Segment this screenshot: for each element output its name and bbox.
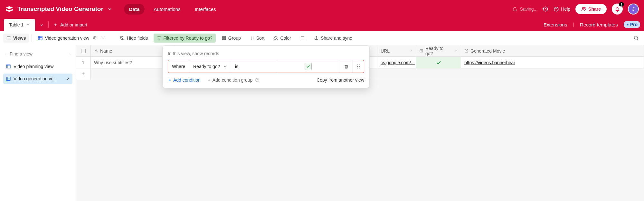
help-icon: [554, 6, 559, 12]
cell-value: Why use subtitles?: [94, 60, 132, 65]
table-tab-options[interactable]: [35, 19, 48, 31]
svg-rect-7: [224, 36, 226, 38]
sort-button[interactable]: Sort: [247, 34, 268, 43]
group-label: Group: [228, 35, 241, 41]
column-header-ready[interactable]: Ready to go?: [416, 45, 461, 56]
sidebar-item-label: Video planning view: [14, 64, 70, 69]
svg-point-21: [359, 68, 360, 68]
people-icon: [92, 35, 97, 40]
avatar-initial: J: [632, 6, 635, 12]
svg-rect-6: [222, 36, 223, 38]
svg-point-20: [357, 68, 358, 68]
user-avatar[interactable]: J: [628, 4, 639, 15]
cell-url[interactable]: cs.google.com/...: [377, 57, 416, 68]
filter-operator-select[interactable]: is: [231, 60, 276, 73]
row-number: 1: [76, 57, 91, 68]
views-label: Views: [13, 35, 26, 41]
color-label: Color: [280, 35, 291, 41]
svg-rect-13: [6, 65, 10, 68]
sidebar-item-label: Video generation vi...: [14, 76, 63, 81]
filter-field-select[interactable]: Ready to go?: [189, 60, 231, 73]
people-icon: [581, 6, 586, 12]
add-condition-group-button[interactable]: Add condition group: [207, 77, 260, 83]
filter-operator-value: is: [235, 64, 238, 69]
svg-point-18: [357, 66, 358, 67]
filter-condition-row: Where Ready to go? is: [168, 60, 364, 73]
tab-automations[interactable]: Automations: [148, 4, 185, 15]
sidebar-view-item[interactable]: Video planning view: [3, 61, 72, 72]
column-label: URL: [381, 48, 390, 54]
table-name: Table 1: [9, 22, 24, 27]
notifications-button[interactable]: 1: [612, 4, 623, 15]
help-button[interactable]: Help: [554, 6, 570, 12]
filter-field-value: Ready to go?: [193, 64, 220, 69]
view-search-input[interactable]: [9, 51, 67, 57]
views-button[interactable]: Views: [3, 34, 29, 43]
filter-button[interactable]: Filtered by Ready to go?: [154, 34, 216, 43]
table-tab[interactable]: Table 1: [4, 19, 35, 31]
check-icon: [436, 60, 441, 65]
row-height-button[interactable]: [297, 34, 308, 42]
share-sync-button[interactable]: Share and sync: [311, 34, 355, 43]
column-header-name[interactable]: Name: [91, 45, 175, 56]
sidebar-view-item[interactable]: Video generation vi...: [3, 74, 72, 84]
group-button[interactable]: Group: [218, 34, 244, 43]
view-name: Video generation view: [45, 35, 89, 41]
filter-label: Filtered by Ready to go?: [163, 35, 213, 41]
pro-badge: Pro: [624, 21, 640, 28]
svg-point-1: [582, 7, 584, 9]
app-logo-icon: [5, 5, 14, 13]
help-label: Help: [561, 6, 570, 12]
bell-icon: [615, 6, 620, 12]
hide-fields-label: Hide fields: [127, 35, 148, 41]
copy-from-view-button[interactable]: Copy from another view: [317, 77, 364, 83]
column-header-generated[interactable]: Generated Movie: [461, 45, 644, 56]
add-group-label: Add condition group: [213, 77, 253, 83]
svg-rect-14: [6, 77, 10, 81]
cell-generated[interactable]: https://videos.bannerbear: [461, 57, 644, 68]
loading-icon: [513, 7, 517, 12]
tab-data[interactable]: Data: [124, 4, 145, 15]
color-button[interactable]: Color: [270, 34, 294, 43]
hide-fields-button[interactable]: Hide fields: [117, 34, 151, 43]
current-view[interactable]: Video generation view: [34, 34, 108, 43]
svg-rect-8: [222, 38, 223, 40]
chevron-down-icon[interactable]: [107, 6, 112, 12]
search-icon[interactable]: [631, 33, 641, 43]
add-condition-label: Add condition: [173, 77, 201, 83]
filter-value[interactable]: [276, 60, 340, 73]
view-toolbar: Views Video generation view Hide fields …: [0, 31, 644, 45]
delete-condition-button[interactable]: [340, 60, 353, 73]
share-button[interactable]: Share: [575, 4, 607, 14]
record-templates-link[interactable]: Record templates: [580, 22, 618, 27]
extensions-link[interactable]: Extensions: [544, 22, 567, 27]
svg-rect-15: [420, 49, 423, 52]
select-all-checkbox[interactable]: [76, 45, 91, 56]
add-row-button[interactable]: +: [76, 68, 91, 80]
filter-value-checkbox[interactable]: [305, 63, 312, 70]
svg-point-17: [359, 65, 360, 65]
column-label: Generated Movie: [470, 48, 505, 54]
svg-point-5: [95, 36, 96, 37]
svg-point-4: [94, 36, 95, 38]
svg-point-11: [5, 54, 6, 54]
pro-label: Pro: [630, 22, 638, 27]
history-icon[interactable]: [543, 6, 548, 12]
add-or-import-button[interactable]: Add or import: [49, 19, 92, 31]
view-search[interactable]: [3, 48, 72, 59]
column-header-url[interactable]: URL: [377, 45, 416, 56]
cell-name[interactable]: Why use subtitles?: [91, 57, 175, 68]
cell-value[interactable]: https://videos.bannerbear: [464, 60, 515, 65]
drag-handle[interactable]: [353, 60, 364, 73]
base-title[interactable]: Transcripted Video Generator: [17, 5, 103, 13]
trash-icon: [344, 64, 349, 69]
add-condition-button[interactable]: Add condition: [168, 77, 201, 83]
table-bar: Table 1 Add or import Extensions | Recor…: [0, 18, 644, 31]
filter-header: In this view, show records: [168, 51, 364, 56]
help-icon: [255, 78, 260, 82]
tab-interfaces[interactable]: Interfaces: [190, 4, 221, 15]
cell-value[interactable]: cs.google.com/...: [381, 60, 415, 65]
svg-point-10: [634, 36, 638, 39]
where-label: Where: [168, 60, 189, 73]
cell-ready[interactable]: [416, 57, 461, 68]
